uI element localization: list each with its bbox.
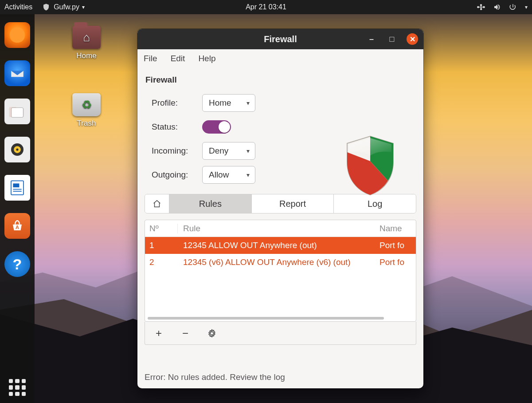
power-icon[interactable] — [509, 3, 517, 11]
menu-file[interactable]: File — [144, 54, 157, 63]
window-maximize-button[interactable]: □ — [386, 33, 398, 45]
desktop-home-label: Home — [66, 51, 106, 60]
cell-no: 2 — [145, 257, 178, 267]
show-applications-button[interactable] — [9, 379, 26, 396]
shield-icon — [344, 134, 397, 197]
tab-report[interactable]: Report — [251, 194, 334, 213]
tray-chevron-icon[interactable]: ▾ — [525, 4, 528, 10]
col-name[interactable]: Name — [379, 224, 416, 233]
profile-label: Profile: — [145, 98, 202, 108]
desktop-trash[interactable]: ♻ Trash — [66, 93, 106, 128]
recycle-icon: ♻ — [72, 93, 101, 116]
activities-button[interactable]: Activities — [4, 3, 32, 11]
svg-point-4 — [16, 148, 18, 150]
svg-rect-5 — [11, 181, 23, 195]
menu-edit[interactable]: Edit — [171, 54, 185, 63]
svg-rect-7 — [13, 189, 21, 190]
outgoing-combo[interactable]: Allow — [202, 166, 255, 184]
firewall-window: Firewall – □ ✕ File Edit Help Firewall P… — [137, 29, 423, 388]
window-close-button[interactable]: ✕ — [407, 33, 418, 45]
cell-no: 1 — [145, 241, 178, 250]
home-icon — [152, 199, 162, 209]
add-rule-button[interactable]: + — [153, 328, 164, 339]
system-tray: ▾ — [477, 3, 528, 11]
window-title: Firewall — [264, 34, 297, 44]
incoming-combo[interactable]: Deny — [202, 142, 255, 160]
app-name-label: Gufw.py — [54, 3, 85, 11]
tab-log[interactable]: Log — [333, 194, 416, 213]
dock-libreoffice-writer[interactable] — [4, 175, 30, 201]
shield-small-icon — [42, 3, 50, 11]
cell-rule: 12345 (v6) ALLOW OUT Anywhere (v6) (out) — [178, 257, 379, 267]
menubar: File Edit Help — [137, 49, 423, 68]
active-app-indicator[interactable]: Gufw.py — [42, 3, 85, 11]
remove-rule-button[interactable]: − — [180, 328, 191, 339]
status-line: Error: No rules added. Review the log — [137, 364, 423, 388]
svg-text:A: A — [16, 224, 20, 230]
cell-name: Port fo — [379, 241, 416, 250]
ubuntu-dock: A ? — [0, 14, 35, 403]
col-no[interactable]: Nº — [145, 224, 178, 233]
clock[interactable]: Apr 21 03:41 — [246, 3, 286, 11]
col-rule[interactable]: Rule — [178, 224, 379, 233]
desktop-trash-label: Trash — [66, 119, 106, 128]
rule-settings-button[interactable] — [206, 328, 218, 339]
incoming-label: Incoming: — [145, 146, 202, 156]
menu-help[interactable]: Help — [198, 54, 215, 63]
table-row[interactable]: 2 12345 (v6) ALLOW OUT Anywhere (v6) (ou… — [145, 254, 416, 271]
status-switch[interactable] — [202, 120, 231, 134]
profile-combo[interactable]: Home — [202, 94, 255, 112]
home-icon: ⌂ — [72, 26, 101, 49]
volume-icon[interactable] — [493, 3, 501, 11]
desktop-home[interactable]: ⌂ Home — [66, 26, 106, 60]
gear-icon — [207, 328, 217, 338]
cell-name: Port fo — [379, 257, 416, 267]
outgoing-label: Outgoing: — [145, 170, 202, 180]
horizontal-scrollbar[interactable] — [148, 317, 384, 320]
dock-help[interactable]: ? — [4, 251, 30, 277]
cell-rule: 12345 ALLOW OUT Anywhere (out) — [178, 241, 379, 250]
svg-rect-8 — [13, 191, 21, 192]
gnome-top-bar: Activities Gufw.py Apr 21 03:41 ▾ — [0, 0, 532, 14]
section-heading: Firewall — [145, 75, 415, 85]
dock-thunderbird[interactable] — [4, 60, 30, 86]
dock-files[interactable] — [4, 99, 30, 124]
dock-rhythmbox[interactable] — [4, 137, 30, 162]
dock-ubuntu-software[interactable]: A — [4, 213, 30, 239]
window-titlebar[interactable]: Firewall – □ ✕ — [137, 29, 423, 49]
svg-rect-1 — [12, 108, 23, 118]
tabs: Rules Report Log — [145, 194, 416, 213]
tab-home[interactable] — [145, 194, 169, 213]
table-header: Nº Rule Name — [145, 220, 416, 237]
dock-firefox[interactable] — [4, 22, 30, 48]
table-row[interactable]: 1 12345 ALLOW OUT Anywhere (out) Port fo — [145, 237, 416, 254]
status-label: Status: — [145, 122, 202, 132]
svg-rect-6 — [13, 183, 19, 187]
network-icon[interactable] — [477, 3, 485, 11]
rules-table: Nº Rule Name 1 12345 ALLOW OUT Anywhere … — [145, 220, 416, 322]
window-minimize-button[interactable]: – — [366, 33, 377, 45]
tab-rules[interactable]: Rules — [169, 194, 251, 213]
rules-actionbar: + − — [145, 322, 416, 345]
